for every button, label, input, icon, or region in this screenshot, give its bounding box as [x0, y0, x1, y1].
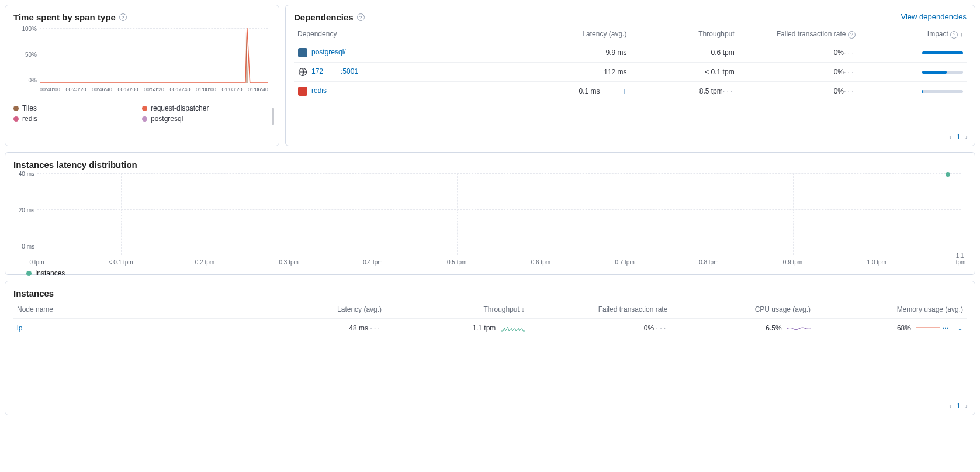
col-cpu[interactable]: CPU usage (avg.)	[671, 301, 814, 319]
page-number[interactable]: 1	[956, 132, 960, 141]
col-throughput[interactable]: Throughput	[630, 26, 737, 43]
latency-scatter-chart: 40 ms 20 ms 0 ms 0 tpm< 0.1 tpm0.2 tpm0.…	[37, 173, 961, 267]
prev-page-icon[interactable]: ‹	[949, 401, 951, 410]
throughput-value: < 0.1 tpm	[705, 68, 734, 76]
legend-instances[interactable]: Instances	[35, 269, 65, 277]
spike-path	[40, 28, 268, 83]
dependency-icon	[297, 86, 308, 97]
legend-dot	[26, 271, 32, 276]
legend-scrollbar[interactable]	[272, 108, 274, 125]
latency-value: 112 ms	[604, 68, 626, 76]
throughput-sparkline	[501, 325, 525, 332]
instances-table: Node name Latency (avg.) Throughput ↓ Fa…	[13, 301, 967, 337]
help-icon[interactable]: ?	[950, 31, 958, 39]
table-row: ip 48 ms ··· 1.1 tpm 0% ··· 6.5% 68% ⋯ ⌄	[13, 319, 967, 337]
help-icon[interactable]: ?	[848, 31, 856, 39]
panel-time-spent: Time spent by span type ? 100% 50% 0%	[5, 5, 279, 146]
sort-desc-icon[interactable]: ↓	[521, 306, 525, 313]
col-latency[interactable]: Latency (avg.)	[536, 26, 630, 43]
xtick-label: 0.9 tpm	[783, 259, 802, 266]
dependency-icon	[297, 67, 308, 77]
legend-item[interactable]: Tiles	[13, 104, 142, 112]
sort-desc-icon[interactable]: ↓	[960, 30, 964, 37]
xtick-label: 0.7 tpm	[615, 259, 634, 266]
cpu-sparkline	[787, 325, 811, 332]
col-node[interactable]: Node name	[13, 301, 242, 319]
col-failed[interactable]: Failed transaction rate	[528, 301, 671, 319]
latency-value: 9.9 ms	[605, 49, 626, 57]
col-impact[interactable]: Impact	[927, 30, 948, 38]
instance-point[interactable]	[946, 172, 950, 177]
dependency-icon	[297, 47, 308, 58]
dependency-link[interactable]: redis	[311, 87, 327, 95]
help-icon[interactable]: ?	[357, 13, 365, 21]
node-link[interactable]: ip	[17, 324, 22, 332]
xtick-label: < 0.1 tpm	[109, 259, 133, 266]
col-latency[interactable]: Latency (avg.)	[242, 301, 385, 319]
help-icon[interactable]: ?	[119, 13, 127, 21]
xtick-label: 0.6 tpm	[531, 259, 550, 266]
failed-value: 0%	[644, 324, 654, 332]
xtick-label: 0.5 tpm	[447, 259, 466, 266]
table-row: redis0.1 ms8.5 tpm···0%···	[294, 81, 967, 101]
dependency-link[interactable]: :5001	[341, 67, 358, 75]
xaxis-labels: 00:40:0000:43:2000:46:4000:50:0000:53:20…	[40, 87, 268, 92]
ytick-label: 50%	[13, 51, 37, 58]
page-number[interactable]: 1	[956, 401, 960, 410]
latency-value: 48 ms	[349, 324, 368, 332]
legend-item[interactable]: postgresql	[142, 115, 271, 123]
xtick-label: 0.4 tpm	[363, 259, 382, 266]
table-row: postgresql/9.9 ms0.6 tpm0%···	[294, 43, 967, 62]
latency-value: 0.1 ms	[579, 87, 600, 95]
panel-instances-latency: Instances latency distribution 40 ms 20 …	[5, 152, 975, 275]
cpu-value: 6.5%	[766, 324, 781, 332]
legend-item[interactable]: redis	[13, 115, 142, 123]
col-failed[interactable]: Failed transaction rate	[777, 30, 846, 38]
row-actions-icon[interactable]: ⋯	[942, 324, 950, 332]
mem-sparkline	[916, 325, 940, 332]
xtick-label: 0.8 tpm	[699, 259, 718, 266]
failed-value: 0%	[834, 49, 844, 57]
next-page-icon[interactable]: ›	[965, 401, 968, 410]
col-dependency[interactable]: Dependency	[294, 26, 536, 43]
dependency-link[interactable]: 172	[311, 67, 323, 75]
view-dependencies-link[interactable]: View dependencies	[901, 12, 967, 21]
impact-bar	[922, 71, 963, 74]
instances-latency-title: Instances latency distribution	[13, 160, 137, 170]
throughput-value: 1.1 tpm	[472, 324, 496, 332]
ytick-label: 40 ms	[16, 171, 34, 177]
failed-value: 0%	[834, 87, 844, 95]
col-throughput[interactable]: Throughput	[483, 305, 519, 313]
sparkline-placeholder: ···	[370, 323, 382, 332]
mem-value: 68%	[897, 324, 911, 332]
dependencies-pager: ‹ 1 ›	[949, 132, 968, 141]
panel-instances: Instances Node name Latency (avg.) Throu…	[5, 281, 975, 415]
instances-pager: ‹ 1 ›	[949, 401, 968, 410]
ytick-label: 20 ms	[16, 207, 34, 213]
col-mem[interactable]: Memory usage (avg.)	[814, 301, 967, 319]
time-spent-title: Time spent by span type	[13, 12, 116, 22]
impact-bar	[922, 51, 963, 54]
panel-dependencies: Dependencies ? View dependencies Depende…	[285, 5, 975, 146]
xtick-label: 1.0 tpm	[867, 259, 886, 266]
table-row: 172:5001112 ms< 0.1 tpm0%···	[294, 62, 967, 81]
dependency-link[interactable]: postgresql/	[311, 48, 346, 56]
ytick-label: 0%	[13, 77, 37, 84]
sparkline-placeholder: ···	[656, 323, 668, 332]
throughput-value: 8.5 tpm	[699, 87, 723, 95]
xtick-label: 0 tpm	[29, 259, 44, 266]
next-page-icon[interactable]: ›	[965, 132, 968, 141]
legend-item[interactable]: request-dispatcher	[142, 104, 271, 112]
expand-icon[interactable]: ⌄	[957, 324, 963, 332]
dependencies-title: Dependencies	[294, 12, 354, 22]
ytick-label: 0 ms	[16, 243, 34, 250]
time-spent-chart: 100% 50% 0% 00:40:0000:43:2000:46:4000:5…	[13, 28, 271, 92]
xtick-label: 0.3 tpm	[279, 259, 298, 266]
dependencies-table: Dependency Latency (avg.) Throughput Fai…	[294, 26, 967, 101]
instances-title: Instances	[13, 288, 54, 298]
xtick-label: 1.1 tpm	[956, 253, 966, 266]
xtick-label: 0.2 tpm	[195, 259, 214, 266]
impact-bar	[922, 90, 963, 93]
failed-value: 0%	[834, 68, 844, 76]
prev-page-icon[interactable]: ‹	[949, 132, 951, 141]
